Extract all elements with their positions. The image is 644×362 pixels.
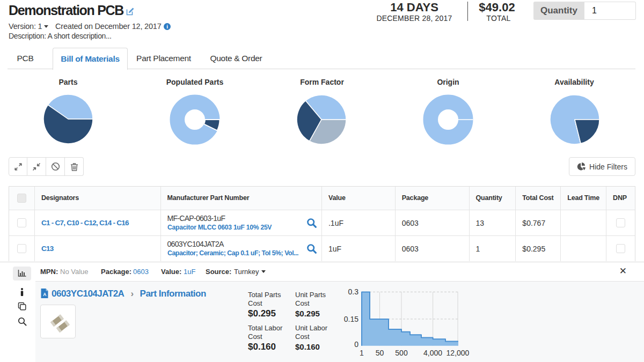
svg-text:A: A	[43, 292, 46, 297]
svg-text:4,000: 4,000	[423, 349, 442, 357]
svg-text:500: 500	[395, 349, 408, 357]
svg-text:1: 1	[360, 349, 364, 357]
svg-text:0: 0	[354, 340, 358, 349]
svg-text:12,000: 12,000	[447, 349, 470, 357]
svg-text:50: 50	[376, 349, 384, 357]
svg-text:0.15: 0.15	[344, 315, 358, 323]
svg-text:0.3: 0.3	[348, 287, 359, 296]
